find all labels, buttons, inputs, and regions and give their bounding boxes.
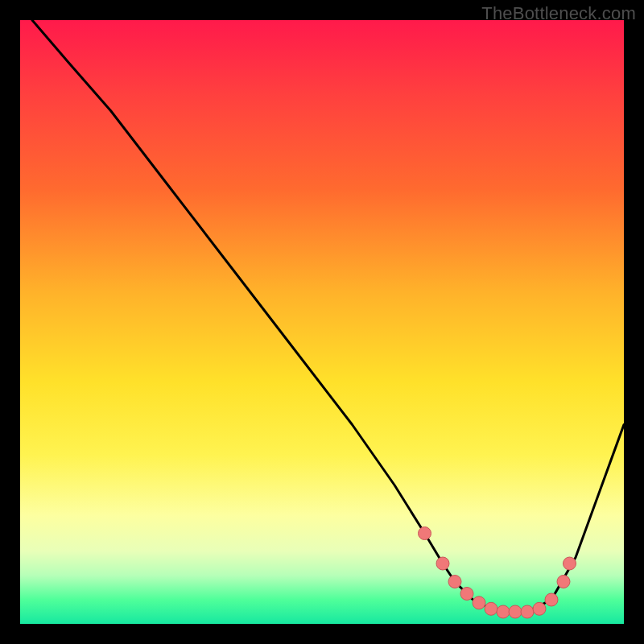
chart-frame: TheBottleneck.com bbox=[0, 0, 644, 644]
plot-area bbox=[20, 20, 624, 624]
bottleneck-curve bbox=[32, 20, 624, 612]
marker-dot bbox=[436, 557, 449, 570]
marker-dot bbox=[497, 605, 510, 618]
marker-dot bbox=[557, 576, 570, 588]
watermark-text: TheBottleneck.com bbox=[481, 3, 636, 24]
marker-dot bbox=[521, 605, 534, 618]
marker-dot bbox=[485, 602, 497, 615]
marker-dot bbox=[419, 527, 431, 540]
marker-dot bbox=[448, 576, 461, 588]
marker-dot bbox=[533, 602, 546, 615]
marker-dots-group bbox=[419, 527, 576, 619]
marker-dot bbox=[460, 588, 473, 601]
marker-dot bbox=[564, 557, 576, 570]
marker-dot bbox=[545, 593, 558, 606]
marker-dot bbox=[473, 597, 485, 609]
chart-svg bbox=[20, 20, 624, 624]
marker-dot bbox=[509, 605, 522, 618]
